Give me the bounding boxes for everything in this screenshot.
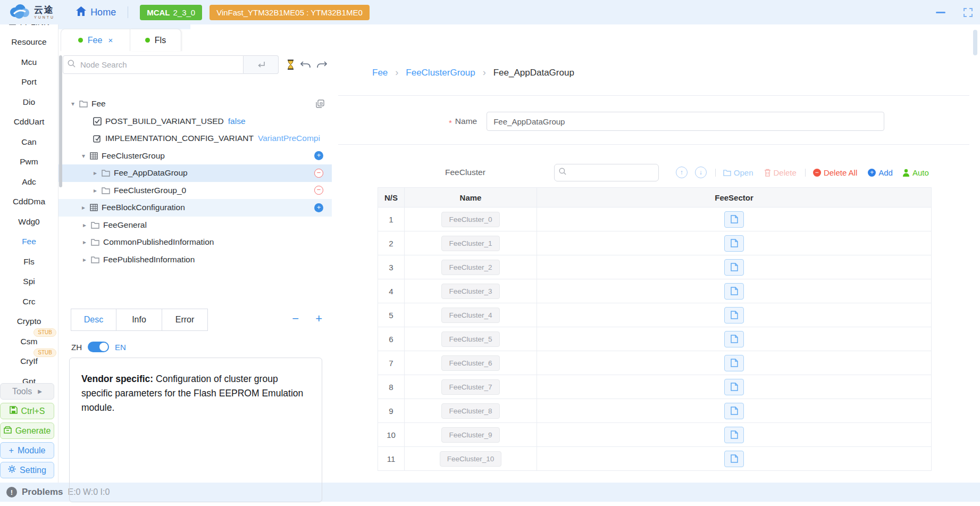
- add-node-button[interactable]: +: [314, 203, 323, 212]
- save-button[interactable]: Ctrl+S: [0, 403, 54, 419]
- sidebar-item-port[interactable]: Port: [0, 72, 58, 93]
- move-up-button[interactable]: ↑: [676, 167, 688, 178]
- feesector-open-button[interactable]: [724, 211, 744, 228]
- sidebar-item-crc[interactable]: Crc: [0, 292, 58, 312]
- tree-node-implementation-config-variant[interactable]: IMPLEMENTATION_CONFIG_VARIANT VariantPre…: [58, 130, 332, 147]
- add-button[interactable]: + Add: [868, 168, 893, 177]
- caret-right-icon[interactable]: ▸: [80, 204, 87, 211]
- remove-node-button[interactable]: −: [314, 186, 323, 195]
- delete-button[interactable]: Delete: [764, 168, 797, 177]
- feesector-open-button[interactable]: [724, 307, 744, 323]
- tree-node-feeclustergroup[interactable]: ▾ FeeClusterGroup +: [58, 147, 332, 165]
- tree-node-post-build-variant-used[interactable]: POST_BUILD_VARIANT_USED false: [58, 113, 332, 130]
- breadcrumb-link-fee[interactable]: Fee: [372, 68, 388, 78]
- cluster-name-tag[interactable]: FeeCluster_2: [441, 260, 499, 275]
- caret-down-icon[interactable]: ▾: [69, 100, 77, 107]
- cluster-name-tag[interactable]: FeeCluster_10: [440, 451, 502, 467]
- remove-node-button[interactable]: −: [314, 169, 323, 178]
- sidebar-item-mcu[interactable]: Mcu: [0, 52, 58, 72]
- undo-icon[interactable]: [300, 60, 311, 69]
- add-node-button[interactable]: +: [314, 151, 323, 160]
- search-enter-button[interactable]: [244, 55, 279, 74]
- close-icon[interactable]: ×: [108, 36, 113, 45]
- redo-icon[interactable]: [316, 60, 328, 69]
- feesector-open-button[interactable]: [724, 427, 744, 443]
- fullscreen-button[interactable]: [964, 8, 973, 17]
- copy-icon[interactable]: [316, 99, 324, 108]
- feesector-open-button[interactable]: [724, 331, 744, 347]
- feecluster-search-input[interactable]: [554, 164, 659, 181]
- setting-button[interactable]: Setting: [0, 462, 54, 478]
- cluster-name-tag[interactable]: FeeCluster_5: [441, 331, 499, 347]
- caret-right-icon[interactable]: ▸: [81, 256, 88, 263]
- tree-node-feeblockconfiguration[interactable]: ▸ FeeBlockConfiguration +: [58, 199, 332, 217]
- feesector-open-button[interactable]: [724, 355, 744, 371]
- move-down-button[interactable]: ↓: [695, 167, 707, 178]
- project-badge[interactable]: VinFast_YTM32B1ME05 : YTM32B1ME0: [210, 5, 370, 20]
- sidebar-item-adc[interactable]: Adc: [0, 172, 58, 192]
- sidebar-item-ccddma[interactable]: CddDma: [0, 192, 58, 212]
- caret-right-icon[interactable]: ▸: [81, 221, 88, 229]
- cluster-name-tag[interactable]: FeeCluster_0: [441, 212, 499, 227]
- tree-node-commonpublishedinformation[interactable]: ▸ CommonPublishedInformation: [58, 234, 332, 251]
- sidebar-item-spi[interactable]: Spi: [0, 272, 58, 292]
- feesector-open-button[interactable]: [724, 403, 744, 419]
- sidebar-item-dio[interactable]: Dio: [0, 92, 58, 112]
- caret-right-icon[interactable]: ▸: [91, 169, 99, 177]
- language-toggle[interactable]: [88, 342, 109, 352]
- node-search-input[interactable]: [63, 55, 244, 74]
- tab-fee[interactable]: Fee ×: [61, 29, 130, 51]
- tab-desc[interactable]: Desc: [71, 309, 116, 331]
- tab-fls[interactable]: Fls: [130, 29, 181, 51]
- tree-node-feegeneral[interactable]: ▸ FeeGeneral: [58, 217, 332, 234]
- sidebar-item-wdg0[interactable]: Wdg0: [0, 212, 58, 232]
- cluster-name-tag[interactable]: FeeCluster_6: [441, 355, 499, 371]
- main-scrollbar[interactable]: [973, 30, 977, 55]
- generate-button[interactable]: Generate: [0, 422, 54, 439]
- auto-button[interactable]: Auto: [902, 168, 929, 177]
- tab-error[interactable]: Error: [162, 309, 208, 331]
- tree-node-feeclustergroup-0[interactable]: ▸ FeeClusterGroup_0 −: [58, 182, 332, 200]
- font-decrease-button[interactable]: −: [292, 312, 299, 326]
- caret-down-icon[interactable]: ▾: [80, 152, 87, 160]
- tree-node-fee[interactable]: ▾ Fee: [58, 95, 332, 113]
- feesector-open-button[interactable]: [724, 451, 744, 467]
- add-module-button[interactable]: + Module: [0, 442, 54, 459]
- sidebar-item-fee[interactable]: Fee: [0, 232, 58, 252]
- cluster-name-tag[interactable]: FeeCluster_9: [441, 427, 499, 443]
- tree-node-feepublishedinformation[interactable]: ▸ FeePublishedInformation: [58, 251, 332, 269]
- open-button[interactable]: Open: [723, 168, 753, 177]
- sidebar-item-fls[interactable]: Fls: [0, 252, 58, 272]
- font-increase-button[interactable]: +: [315, 312, 322, 326]
- sidebar-item-pwm[interactable]: Pwm: [0, 152, 58, 172]
- minimize-button[interactable]: [936, 12, 945, 13]
- sidebar-item-cryif[interactable]: STUB CryIf: [0, 352, 58, 372]
- tools-button[interactable]: Tools ▶: [0, 383, 54, 400]
- feesector-open-button[interactable]: [724, 235, 744, 252]
- cluster-name-tag[interactable]: FeeCluster_7: [441, 379, 499, 395]
- feesector-open-button[interactable]: [724, 379, 744, 395]
- sidebar-item-tt-link[interactable]: TT-LINK: [0, 24, 58, 32]
- hourglass-icon[interactable]: [287, 60, 295, 70]
- delete-all-button[interactable]: − Delete All: [813, 168, 857, 177]
- home-button[interactable]: Home: [76, 6, 116, 19]
- feesector-open-button[interactable]: [724, 259, 744, 276]
- cluster-name-tag[interactable]: FeeCluster_8: [441, 403, 499, 419]
- cluster-name-tag[interactable]: FeeCluster_1: [441, 236, 499, 251]
- breadcrumb-link-feeclustergroup[interactable]: FeeClusterGroup: [406, 68, 475, 78]
- panel-scrollbar[interactable]: [59, 55, 62, 187]
- caret-right-icon[interactable]: ▸: [81, 238, 88, 246]
- caret-right-icon[interactable]: ▸: [91, 187, 99, 194]
- sidebar-item-ccduart[interactable]: CddUart: [0, 112, 58, 132]
- tab-info[interactable]: Info: [116, 309, 162, 331]
- feesector-open-button[interactable]: [724, 283, 744, 300]
- sidebar-item-resource[interactable]: Resource: [0, 32, 58, 53]
- tree-node-fee-appdatagroup[interactable]: ▸ Fee_AppDataGroup −: [58, 164, 332, 182]
- cluster-name-tag[interactable]: FeeCluster_3: [441, 284, 499, 299]
- mcal-version-badge[interactable]: MCAL2_3_0: [140, 5, 202, 20]
- name-input[interactable]: [487, 112, 884, 131]
- cluster-name-tag[interactable]: FeeCluster_4: [441, 308, 499, 323]
- yuntu-logo[interactable]: 云途 YUNTU: [9, 3, 55, 21]
- sidebar-item-can[interactable]: Can: [0, 132, 58, 152]
- problems-label[interactable]: Problems: [22, 487, 63, 497]
